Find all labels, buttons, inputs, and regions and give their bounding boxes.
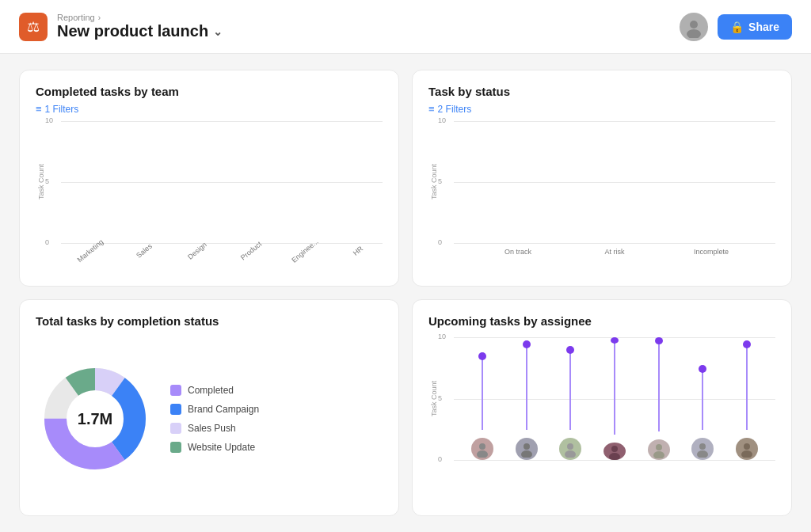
lock-icon: 🔒 bbox=[730, 21, 744, 33]
filter-icon-2: ≡ bbox=[428, 103, 435, 115]
assignee-avatar-7 bbox=[736, 438, 758, 460]
legend-website-update: Website Update bbox=[170, 442, 259, 453]
svg-point-13 bbox=[565, 450, 576, 458]
main-content: Completed tasks by team ≡ 1 Filters Task… bbox=[0, 54, 811, 532]
svg-point-19 bbox=[697, 450, 708, 458]
upcoming-tasks-card: Upcoming tasks by assignee Task Count 10… bbox=[412, 299, 792, 516]
assignee-avatar-3 bbox=[559, 438, 581, 460]
share-button[interactable]: 🔒 Share bbox=[718, 14, 792, 40]
breadcrumb: Reporting › bbox=[57, 13, 223, 22]
chart-area: 10 5 0 bbox=[61, 121, 383, 243]
legend-brand-campaign: Brand Campaign bbox=[170, 404, 259, 415]
upcoming-tasks-title: Upcoming tasks by assignee bbox=[428, 314, 775, 328]
svg-point-11 bbox=[521, 450, 532, 458]
completion-status-title: Total tasks by completion status bbox=[36, 314, 383, 328]
svg-point-1 bbox=[687, 29, 701, 38]
lollipop-1 bbox=[460, 337, 504, 460]
lollipop-5 bbox=[637, 337, 681, 460]
completed-tasks-filter[interactable]: ≡ 1 Filters bbox=[36, 103, 383, 115]
bars bbox=[61, 121, 383, 243]
legend-sales-push: Sales Push bbox=[170, 423, 259, 434]
lollipop-6 bbox=[681, 337, 725, 460]
legend-color-sales bbox=[170, 423, 181, 434]
breadcrumb-area: Reporting › New product launch ⌄ bbox=[57, 13, 223, 40]
svg-point-21 bbox=[741, 450, 752, 458]
lollipop-items bbox=[454, 337, 775, 460]
completion-status-card: Total tasks by completion status bbox=[19, 299, 399, 516]
completed-tasks-chart: Task Count 10 5 0 bbox=[36, 121, 383, 272]
legend-color-website bbox=[170, 442, 181, 453]
svg-point-10 bbox=[524, 443, 530, 450]
task-by-status-filter[interactable]: ≡ 2 Filters bbox=[428, 103, 775, 115]
lollipop-chart: Task Count 10 5 0 bbox=[428, 337, 775, 501]
donut-center-value: 1.7M bbox=[78, 409, 112, 428]
filter-icon: ≡ bbox=[36, 103, 42, 115]
task-by-status-card: Task by status ≡ 2 Filters Task Count 10… bbox=[412, 70, 792, 287]
svg-point-12 bbox=[567, 443, 573, 450]
header-right: 🔒 Share bbox=[680, 13, 792, 41]
donut-chart: 1.7M bbox=[36, 359, 154, 478]
donut-content: 1.7M Completed Brand Campaign Sales Push bbox=[36, 332, 383, 501]
header-left: ⚖ Reporting › New product launch ⌄ bbox=[19, 13, 223, 41]
y-axis-label-status: Task Count bbox=[430, 164, 438, 200]
completed-tasks-title: Completed tasks by team bbox=[36, 85, 383, 98]
lollipop-7 bbox=[725, 337, 769, 460]
assignee-avatar-6 bbox=[691, 438, 714, 460]
chevron-down-icon[interactable]: ⌄ bbox=[213, 25, 223, 38]
completed-tasks-card: Completed tasks by team ≡ 1 Filters Task… bbox=[19, 70, 399, 287]
svg-point-0 bbox=[690, 21, 698, 28]
legend-color-brand bbox=[170, 404, 181, 415]
legend-color-completed bbox=[170, 385, 181, 396]
svg-point-14 bbox=[611, 446, 618, 452]
app-icon: ⚖ bbox=[19, 13, 48, 41]
avatar bbox=[680, 13, 708, 41]
lollipop-3 bbox=[548, 337, 592, 460]
svg-point-20 bbox=[744, 443, 750, 450]
x-labels: Marketing Sales Design Product Enginee..… bbox=[61, 245, 383, 272]
task-by-status-chart: Task Count 10 5 0 bbox=[428, 121, 775, 272]
lollipop-2 bbox=[504, 337, 549, 460]
svg-point-16 bbox=[656, 444, 662, 450]
breadcrumb-arrow: › bbox=[98, 13, 101, 22]
assignee-avatar-5 bbox=[648, 439, 670, 460]
lollipop-grid-area: 10 5 0 bbox=[454, 337, 775, 460]
assignee-avatar-1 bbox=[471, 438, 493, 460]
svg-point-9 bbox=[477, 450, 488, 458]
status-bars bbox=[454, 121, 775, 243]
svg-point-18 bbox=[699, 443, 706, 450]
status-chart-area: 10 5 0 bbox=[454, 121, 775, 243]
page-title: New product launch ⌄ bbox=[57, 22, 223, 40]
svg-point-8 bbox=[479, 443, 485, 450]
task-by-status-title: Task by status bbox=[428, 85, 775, 98]
svg-point-17 bbox=[653, 451, 664, 458]
donut-legend: Completed Brand Campaign Sales Push Webs… bbox=[170, 385, 259, 453]
lollipop-y-axis-label: Task Count bbox=[430, 381, 438, 416]
y-axis-label: Task Count bbox=[37, 164, 45, 200]
status-x-labels: On track At risk Incomplete bbox=[454, 245, 775, 272]
legend-completed: Completed bbox=[170, 385, 259, 396]
assignee-avatar-2 bbox=[516, 438, 538, 460]
svg-point-15 bbox=[609, 453, 620, 460]
lollipop-4 bbox=[592, 337, 637, 460]
header: ⚖ Reporting › New product launch ⌄ 🔒 Sha… bbox=[0, 0, 811, 54]
assignee-avatar-4 bbox=[603, 443, 626, 460]
